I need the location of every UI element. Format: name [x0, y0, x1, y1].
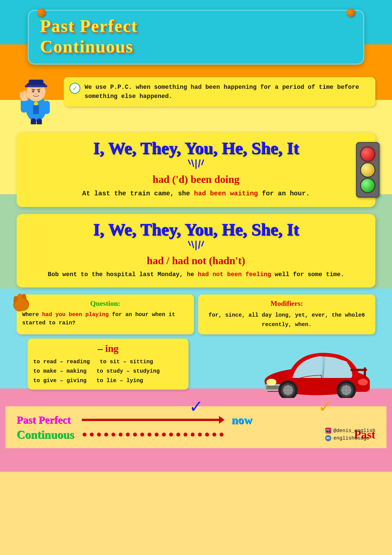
pronoun-section-2: I, We, They, You, He, She, It had / had …: [17, 214, 375, 287]
pronoun-box-1: I, We, They, You, He, She, It had ('d) b…: [17, 133, 375, 207]
example-2-highlight: had not been feeling: [198, 271, 271, 278]
question-modifiers-row: Question: Where had you been playing for…: [17, 294, 375, 334]
ing-section-wrapper: – ing to read – reading to sit – sitting…: [17, 339, 375, 390]
dots-line: [83, 433, 346, 437]
timeline-bottom: Continuous Past: [17, 428, 375, 444]
example-1: At last the train came, she had been wai…: [25, 189, 367, 199]
page-title-line2: Continuous: [40, 36, 352, 57]
definition-text: We use P.P.C. when something had been ha…: [85, 83, 368, 101]
instagram-icon: 📷: [325, 428, 331, 434]
yellow-checkmark-decoration: ✓: [319, 398, 331, 417]
question-box: Question: Where had you been playing for…: [17, 294, 194, 334]
pin-left: [37, 9, 45, 17]
social-links: 📷 @denis_english ВК englishusage: [325, 428, 375, 443]
svg-rect-36: [266, 385, 280, 390]
now-label: now: [231, 413, 252, 427]
blue-checkmark-decoration: ✓: [190, 398, 202, 417]
pronoun-label-2: I, We, They, You, He, She, It: [25, 220, 367, 239]
pronoun-section-1: I, We, They, You, He, She, It had ('d) b…: [17, 133, 375, 207]
formula-2: had / had not (hadn't): [25, 254, 367, 267]
svg-rect-37: [267, 386, 278, 387]
svg-rect-15: [23, 90, 26, 98]
red-light: [360, 147, 375, 162]
yellow-light: [360, 162, 375, 178]
timeline-arrow: [82, 419, 220, 421]
svg-rect-16: [26, 91, 29, 98]
ing-box: – ing to read – reading to sit – sitting…: [28, 339, 189, 390]
svg-rect-34: [364, 367, 366, 378]
svg-rect-17: [43, 101, 50, 114]
svg-rect-4: [29, 80, 44, 85]
title-banner: Past Perfect Continuous: [28, 10, 364, 65]
svg-point-6: [34, 102, 38, 106]
vk-link[interactable]: ВК englishusage: [325, 435, 375, 441]
formula-1: had ('d) been doing: [25, 173, 367, 185]
timeline-ppc-label: Past Perfect: [17, 414, 71, 426]
car-illustration: [259, 337, 375, 398]
page-title-line1: Past Perfect: [40, 16, 352, 36]
sparkle-decoration: [25, 159, 367, 169]
timeline-footer: ✓ ✓ Past Perfect now Continuous Past: [6, 406, 386, 448]
pronoun-label-1: I, We, They, You, He, She, It: [25, 138, 367, 158]
modifiers-title: Modifiers:: [204, 299, 370, 308]
example-1-highlight: had been waiting: [194, 190, 258, 197]
svg-point-7: [32, 90, 34, 92]
svg-rect-18: [31, 118, 36, 124]
instagram-handle: @denis_english: [334, 428, 375, 433]
question-text: Where had you been playing for an hour w…: [22, 311, 189, 327]
svg-rect-14: [20, 92, 23, 99]
definition-area: ✓ We use P.P.C. when something had been …: [17, 72, 375, 126]
ing-title: – ing: [33, 343, 183, 354]
ing-content: to read – reading to sit – sitting to ma…: [33, 357, 183, 385]
question-title: Question:: [22, 299, 189, 308]
vk-handle: englishusage: [334, 435, 370, 441]
definition-box: ✓ We use P.P.C. when something had been …: [64, 77, 375, 107]
modifiers-box: Modifiers: for, since, all day long, yet…: [198, 294, 376, 334]
svg-rect-38: [267, 388, 278, 389]
sparkle-decoration-2: [25, 241, 367, 250]
traffic-light: [356, 142, 380, 198]
police-officer-illustration: [17, 74, 58, 126]
svg-rect-3: [25, 85, 47, 87]
timeline-cont-label: Continuous: [17, 428, 74, 441]
fist-icon: [9, 287, 33, 317]
svg-point-8: [38, 90, 40, 92]
svg-rect-19: [37, 118, 42, 124]
green-light: [360, 178, 375, 193]
question-highlight: had you been playing: [42, 311, 109, 318]
svg-point-40: [268, 380, 275, 384]
svg-rect-22: [33, 105, 39, 114]
svg-point-11: [35, 93, 37, 95]
instagram-link[interactable]: 📷 @denis_english: [325, 428, 375, 434]
modifiers-text: for, since, all day long, yet, ever, the…: [204, 311, 370, 329]
pin-right: [347, 9, 355, 17]
svg-point-41: [358, 379, 368, 385]
pronoun-box-2: I, We, They, You, He, She, It had / had …: [17, 214, 375, 287]
example-2: Bob went to the hospital last Monday, he…: [25, 270, 367, 279]
check-circle-icon: ✓: [69, 83, 80, 94]
vk-icon: ВК: [325, 435, 331, 441]
